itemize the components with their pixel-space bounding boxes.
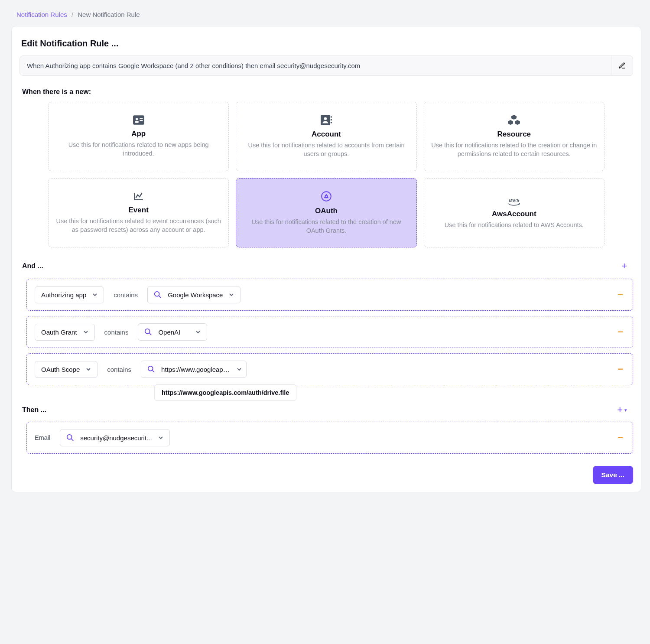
trigger-type-grid: App Use this for notifications related t…: [20, 102, 633, 247]
condition-row: Authorizing app contains Google Workspac…: [26, 279, 633, 311]
search-icon: [144, 328, 152, 336]
svg-rect-2: [135, 121, 139, 123]
type-card-oauth[interactable]: OAuth Use this for notifications related…: [236, 178, 416, 247]
email-value: security@nudgesecurit...: [80, 434, 152, 442]
svg-point-15: [67, 435, 72, 439]
field-dropdown[interactable]: Oauth Grant: [35, 324, 95, 341]
value-text: https://www.googleapis.c: [161, 366, 231, 373]
field-dropdown[interactable]: OAuth Scope: [35, 361, 98, 378]
svg-rect-4: [140, 120, 143, 121]
field-dropdown[interactable]: Authorizing app: [35, 286, 104, 303]
svg-rect-0: [133, 115, 144, 125]
value-dropdown[interactable]: https://www.googleapis.c: [141, 361, 247, 378]
breadcrumb: Notification Rules / New Notification Ru…: [16, 11, 641, 18]
field-value: OAuth Scope: [41, 366, 80, 373]
type-card-app[interactable]: App Use this for notifications related t…: [48, 102, 229, 171]
value-text: Google Workspace: [168, 291, 223, 299]
add-action-button[interactable]: +▾: [611, 404, 633, 416]
value-text: OpenAI: [158, 329, 180, 336]
field-value: Oauth Grant: [41, 329, 77, 336]
svg-rect-8: [331, 119, 332, 120]
field-value: Authorizing app: [41, 291, 86, 299]
chevron-down-icon: [86, 366, 91, 373]
svg-point-12: [155, 292, 159, 296]
contacts-icon: [321, 115, 332, 127]
and-section-header: And ... +: [20, 260, 633, 272]
page-title: Edit Notification Rule ...: [21, 39, 633, 49]
remove-action-button[interactable]: −: [618, 432, 625, 443]
svg-rect-3: [140, 118, 143, 119]
breadcrumb-sep: /: [72, 11, 73, 18]
svg-rect-9: [331, 122, 332, 123]
conditions-list: Authorizing app contains Google Workspac…: [20, 279, 633, 385]
action-type-label: Email: [35, 434, 50, 441]
then-section-header: Then ... +▾: [20, 404, 633, 416]
type-card-account[interactable]: Account Use this for notifications relat…: [236, 102, 416, 171]
footer: Save ...: [20, 466, 633, 484]
value-dropdown[interactable]: Google Workspace: [147, 286, 240, 303]
remove-condition-button[interactable]: −: [618, 289, 625, 300]
and-label: And ...: [22, 262, 43, 270]
type-card-event[interactable]: Event Use this for notifications related…: [48, 178, 229, 247]
chevron-down-icon: [237, 366, 242, 373]
edit-summary-button[interactable]: [611, 56, 633, 75]
rule-editor-card: Edit Notification Rule ... When Authoriz…: [11, 26, 641, 492]
boxes-icon: [508, 115, 520, 127]
search-icon: [147, 365, 155, 373]
type-title: Event: [129, 206, 149, 215]
chevron-down-icon: [195, 329, 201, 336]
remove-condition-button[interactable]: −: [618, 326, 625, 338]
rule-summary-bar: When Authorizing app contains Google Wor…: [20, 55, 633, 76]
type-title: OAuth: [315, 207, 338, 215]
aws-icon: aws: [507, 196, 520, 206]
trigger-section-label: When there is a new:: [22, 88, 633, 96]
autocomplete-suggestion[interactable]: https://www.googleapis.com/auth/drive.fi…: [154, 384, 296, 401]
condition-row: OAuth Scope contains https://www.googlea…: [26, 353, 633, 385]
type-title: Account: [312, 130, 341, 139]
then-label: Then ...: [22, 406, 46, 414]
chevron-down-icon: [158, 434, 163, 442]
type-desc: Use this for notifications related to ev…: [55, 217, 222, 234]
operator-text: contains: [107, 366, 131, 373]
type-card-resource[interactable]: Resource Use this for notifications rela…: [424, 102, 604, 171]
caret-down-icon: ▾: [624, 407, 627, 413]
type-title: Resource: [497, 130, 531, 139]
search-icon: [66, 434, 74, 442]
action-row: Email security@nudgesecurit... −: [26, 422, 633, 454]
type-title: AwsAccount: [492, 210, 536, 218]
type-desc: Use this for notifications related to AW…: [445, 221, 584, 230]
chevron-down-icon: [83, 329, 88, 336]
type-desc: Use this for notifications related to ac…: [242, 141, 410, 158]
chart-icon: [133, 192, 144, 202]
svg-point-6: [324, 117, 327, 120]
svg-rect-7: [331, 116, 332, 117]
svg-point-14: [148, 366, 153, 371]
email-dropdown[interactable]: security@nudgesecurit...: [60, 429, 169, 446]
type-desc: Use this for notifications related to ne…: [55, 141, 222, 158]
svg-point-13: [145, 329, 150, 334]
svg-point-1: [136, 118, 138, 120]
value-dropdown[interactable]: OpenAI: [138, 323, 207, 341]
rule-summary-text: When Authorizing app contains Google Wor…: [20, 56, 611, 75]
condition-row: Oauth Grant contains OpenAI −: [26, 316, 633, 348]
operator-text: contains: [104, 329, 129, 336]
oauth-icon: [321, 191, 332, 203]
type-desc: Use this for notifications related to th…: [430, 141, 598, 158]
badge-icon: [133, 115, 144, 126]
search-icon: [154, 291, 162, 299]
type-desc: Use this for notifications related to th…: [242, 218, 410, 235]
type-card-awsaccount[interactable]: aws AwsAccount Use this for notification…: [424, 178, 604, 247]
operator-text: contains: [114, 291, 138, 299]
type-title: App: [131, 130, 146, 138]
chevron-down-icon: [229, 291, 234, 299]
add-condition-button[interactable]: +: [615, 260, 633, 272]
svg-point-11: [325, 195, 327, 197]
save-button[interactable]: Save ...: [593, 466, 633, 484]
edit-icon: [618, 62, 626, 69]
breadcrumb-root[interactable]: Notification Rules: [16, 11, 67, 18]
chevron-down-icon: [92, 291, 98, 299]
breadcrumb-current: New Notification Rule: [78, 11, 140, 18]
remove-condition-button[interactable]: −: [618, 364, 625, 375]
